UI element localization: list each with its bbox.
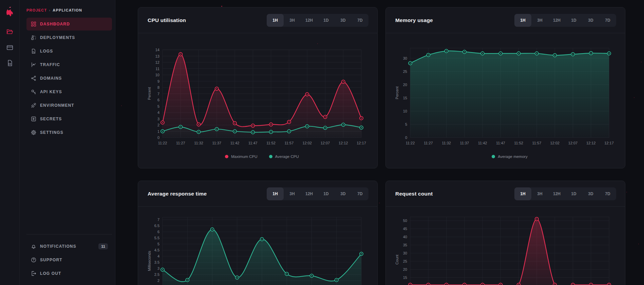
x-tick-label: 12:12 [339,141,348,145]
sidebar-item-label: DEPLOYMENTS [40,35,75,40]
x-tick-label: 12:17 [604,141,614,145]
y-tick-label: 5 [405,122,407,126]
y-tick-label: 50 [403,219,407,223]
y-tick-label: 30 [403,56,407,60]
breadcrumb-application[interactable]: APPLICATION [53,8,82,12]
range-1d-button[interactable]: 1D [318,14,335,27]
x-tick-label: 12:07 [321,141,330,145]
range-1h-button[interactable]: 1H [514,187,531,200]
range-7d-button[interactable]: 7D [352,14,368,27]
sidebar-item-api-keys[interactable]: API KEYS [20,85,115,99]
range-3h-button[interactable]: 3H [531,14,548,27]
chart-legend: Average memory [410,155,609,159]
range-3h-button[interactable]: 3H [284,14,301,27]
sidebar-footer: NOTIFICATIONS 11 SUPPORT LOG OUT [20,234,115,280]
range-1h-button[interactable]: 1H [267,14,284,27]
y-tick-label: 11 [156,67,159,71]
particle-dot [626,192,627,192]
y-tick-label: 20 [403,267,407,271]
range-12h-button[interactable]: 12H [548,14,565,27]
sidebar-item-logout[interactable]: LOG OUT [20,267,115,280]
time-range-selector: 1H 3H 12H 1D 3D 7D [514,187,616,200]
sidebar-item-label: API KEYS [40,89,62,94]
sidebar-item-deployments[interactable]: DEPLOYMENTS [20,31,115,44]
range-7d-button[interactable]: 7D [599,187,616,200]
range-12h-button[interactable]: 12H [548,187,565,200]
y-tick-label: 40 [403,235,407,239]
file-code-icon[interactable] [6,59,14,67]
x-tick-label: 11:27 [176,141,185,145]
sidebar-item-notifications[interactable]: NOTIFICATIONS 11 [20,240,115,253]
range-1d-button[interactable]: 1D [565,14,582,27]
x-tick-label: 12:07 [568,141,578,145]
card-header: Average response time 1H 3H 12H 1D 3D 7D [138,181,377,207]
logs-icon [31,48,37,54]
y-tick-label: 1 [157,129,159,134]
y-tick-label: 15 [403,276,407,280]
y-tick-label: 2 [157,123,159,127]
card-title: CPU utilisation [148,17,186,23]
y-tick-label: 2.5 [154,272,159,277]
range-3h-button[interactable]: 3H [284,187,301,200]
legend-item[interactable]: Average memory [492,155,527,159]
legend-item[interactable]: Maximum CPU [225,155,257,159]
y-axis-label: Milliseconds [147,251,151,271]
sidebar-item-label: DOMAINS [40,76,62,81]
x-tick-label: 11:22 [158,141,167,145]
sidebar-nav: DASHBOARD DEPLOYMENTS LOGS TRAFFIC DOMAI… [20,17,115,139]
sidebar-item-environment[interactable]: ENVIRONMENT [20,99,115,112]
x-tick-label: 12:17 [357,141,366,145]
projects-folder-icon[interactable] [6,28,14,35]
legend-label: Average CPU [275,155,299,159]
range-7d-button[interactable]: 7D [599,14,616,27]
x-tick-label: 11:42 [478,141,487,145]
y-tick-label: 6 [157,98,159,102]
y-tick-label: 25 [403,259,407,263]
sidebar-item-settings[interactable]: SETTINGS [20,126,115,139]
range-1d-button[interactable]: 1D [318,187,335,200]
card-header: CPU utilisation 1H 3H 12H 1D 3D 7D [138,7,377,33]
y-tick-label: 6.5 [154,224,159,228]
sidebar-item-label: SUPPORT [40,258,62,262]
breadcrumb-project[interactable]: PROJECT [26,8,47,12]
range-3d-button[interactable]: 3D [582,187,599,200]
sidebar-item-traffic[interactable]: TRAFFIC [20,58,115,72]
nest-logo[interactable] [4,5,15,16]
breadcrumb-separator: › [49,8,51,12]
x-tick-label: 11:42 [230,141,240,145]
x-tick-label: 12:02 [550,141,560,145]
time-range-selector: 1H 3H 12H 1D 3D 7D [267,14,368,27]
y-tick-label: 5 [157,242,159,246]
y-tick-label: 10 [155,73,159,77]
billing-card-icon[interactable] [6,44,14,51]
legend-item[interactable]: Average CPU [269,155,299,159]
range-3d-button[interactable]: 3D [335,14,352,27]
range-7d-button[interactable]: 7D [352,187,368,200]
range-12h-button[interactable]: 12H [301,187,318,200]
range-1h-button[interactable]: 1H [267,187,284,200]
range-3d-button[interactable]: 3D [582,14,599,27]
range-3h-button[interactable]: 3H [531,187,548,200]
sidebar-item-logs[interactable]: LOGS [20,44,115,58]
y-tick-label: 7 [157,218,159,222]
sidebar-item-dashboard[interactable]: DASHBOARD [20,17,115,31]
range-1h-button[interactable]: 1H [514,14,531,27]
y-tick-label: 0 [157,136,159,140]
particle-dot [379,203,380,203]
range-1d-button[interactable]: 1D [565,187,582,200]
time-range-selector: 1H 3H 12H 1D 3D 7D [267,187,368,200]
sidebar-item-support[interactable]: SUPPORT [20,253,115,267]
x-tick-label: 11:47 [496,141,505,145]
sidebar-item-domains[interactable]: DOMAINS [20,72,115,85]
sidebar-item-secrets[interactable]: SECRETS [20,112,115,126]
gear-icon [31,129,37,136]
range-3d-button[interactable]: 3D [335,187,352,200]
nest-cat-icon [4,5,15,16]
range-12h-button[interactable]: 12H [301,14,318,27]
card-header: Memory usage 1H 3H 12H 1D 3D 7D [386,7,625,33]
legend-label: Average memory [498,155,527,159]
y-tick-label: 5 [157,104,159,108]
sidebar-item-label: NOTIFICATIONS [40,244,76,249]
y-tick-label: 12 [155,60,159,64]
y-tick-label: 15 [403,96,407,100]
